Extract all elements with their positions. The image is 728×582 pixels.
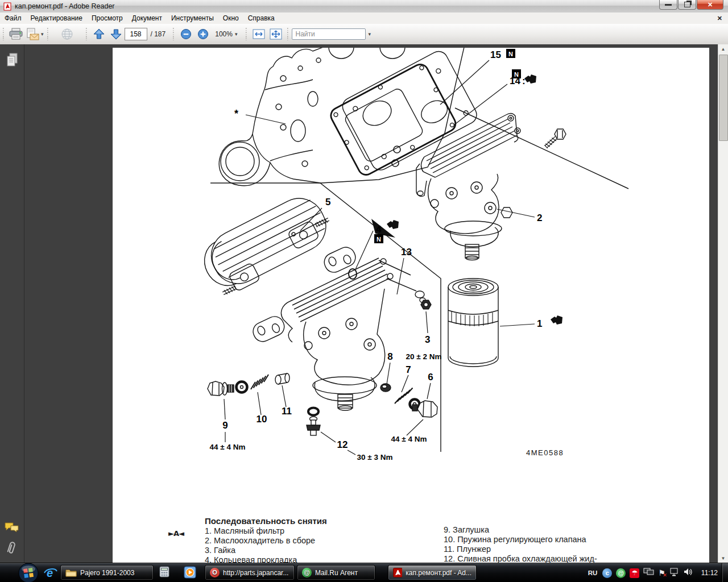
mailru-tray-icon[interactable]: @	[616, 568, 626, 578]
network-tray-icon[interactable]	[669, 568, 679, 579]
taskbar-button-label: Pajero 1991-2003	[80, 569, 134, 577]
scroll-up-icon[interactable]: ▲	[718, 44, 728, 53]
toolbar-grip	[2, 28, 5, 40]
fit-width-icon	[252, 28, 266, 40]
callout-9: 9	[222, 420, 228, 431]
send-file-button[interactable]: ▾	[25, 26, 44, 42]
pdf-app-icon	[3, 2, 12, 11]
bolt-icon-1	[551, 315, 562, 325]
taskbar-button-mailru[interactable]: @ Mail.Ru Агент	[297, 565, 375, 580]
document-close-icon[interactable]: ✕	[717, 15, 722, 22]
menu-tools[interactable]: Инструменты	[167, 13, 218, 23]
list-item: 4. Кольцевая прокладка	[205, 555, 297, 563]
flag-error-x: ✕	[663, 572, 667, 578]
drain-plug-12	[307, 408, 320, 436]
list-item: 1. Масляный фильтр	[205, 526, 284, 536]
reuse-markers: N N N	[374, 49, 562, 325]
page-down-arrow-icon	[109, 27, 123, 41]
toolbar-grip	[47, 28, 49, 40]
calculator-button[interactable]	[158, 566, 171, 577]
show-desktop-button[interactable]	[722, 563, 728, 582]
collaborate-button-disabled[interactable]	[60, 26, 76, 42]
toolbar-grip	[287, 28, 289, 40]
media-player-button[interactable]	[183, 566, 197, 579]
menu-view[interactable]: Просмотр	[87, 13, 127, 23]
window-title: кап.ремонт.pdf - Adobe Reader	[15, 2, 115, 10]
spring-10	[251, 375, 268, 389]
oil-cooler-core	[195, 190, 334, 296]
language-indicator[interactable]: RU	[588, 569, 599, 576]
washer-9	[237, 382, 247, 393]
taskbar-button-explorer[interactable]: Pajero 1991-2003	[60, 565, 154, 580]
callout-7: 7	[406, 364, 411, 375]
print-button[interactable]	[8, 26, 24, 42]
asterisk-marker: *	[234, 108, 238, 119]
clock[interactable]: 11:12	[701, 569, 718, 577]
media-player-icon	[184, 566, 196, 579]
callout-12: 12	[337, 439, 348, 450]
hidden-icons-button[interactable]: c	[602, 568, 612, 578]
callout-8: 8	[387, 351, 392, 362]
document-view[interactable]: N N N 1 2 3 4 5 6 7	[24, 44, 718, 563]
search-input[interactable]	[292, 28, 366, 40]
bolt-icon-4	[387, 220, 399, 229]
fit-width-button[interactable]	[251, 26, 267, 42]
close-button[interactable]: ✕	[697, 0, 723, 10]
volume-tray-icon[interactable]	[683, 568, 693, 579]
calculator-icon	[159, 566, 169, 577]
taskbar-button-opera[interactable]: O http://parts.japancar...	[205, 565, 295, 580]
toolbar: ▾ / 187 100% ▾	[0, 24, 728, 45]
callout-11: 11	[282, 406, 292, 417]
comments-panel-button[interactable]	[4, 521, 20, 537]
menu-file[interactable]: Файл	[0, 13, 26, 23]
restore-button[interactable]	[678, 0, 696, 10]
zoom-out-button[interactable]	[178, 26, 194, 42]
plunger-11	[275, 373, 289, 384]
menu-document[interactable]: Документ	[127, 13, 167, 23]
pdf-page: N N N 1 2 3 4 5 6 7	[113, 48, 709, 563]
bolt-icon-14	[524, 74, 536, 84]
menu-window[interactable]: Окно	[218, 13, 243, 23]
opera-icon: O	[210, 568, 220, 577]
attachments-panel-button[interactable]	[5, 540, 18, 558]
title-bar: кап.ремонт.pdf - Adobe Reader ✕	[0, 0, 728, 13]
display-tray-icon[interactable]	[643, 568, 654, 579]
pages-panel-button[interactable]	[5, 52, 19, 70]
scroll-down-icon[interactable]: ▼	[718, 554, 728, 563]
adobe-reader-icon	[393, 568, 402, 577]
scrollbar-thumb[interactable]	[719, 55, 728, 141]
list-item: 3. Гайка	[205, 546, 235, 555]
print-icon	[9, 28, 23, 40]
menu-edit[interactable]: Редактирование	[26, 13, 87, 23]
minimize-button[interactable]	[659, 0, 677, 10]
previous-page-button[interactable]	[91, 26, 107, 42]
action-center-flag-icon[interactable]: ⚑✕	[658, 568, 665, 577]
content-area: N N N 1 2 3 4 5 6 7	[0, 44, 728, 563]
antivirus-tray-icon[interactable]: ☂	[630, 568, 639, 578]
start-button[interactable]	[17, 562, 40, 582]
zoom-in-button[interactable]	[195, 26, 211, 42]
callout-3: 3	[425, 334, 430, 345]
taskbar-button-label: Mail.Ru Агент	[315, 569, 358, 577]
search-dropdown-icon[interactable]: ▾	[368, 31, 371, 37]
zoom-dropdown-icon[interactable]: ▾	[235, 31, 238, 37]
page-up-arrow-icon	[92, 27, 106, 41]
list-item: 11. Плунжер	[444, 544, 491, 554]
taskbar-button-label: кап.ремонт.pdf - Ad...	[406, 569, 471, 577]
fit-page-button[interactable]	[268, 26, 284, 42]
list-item: 9. Заглушка	[444, 525, 489, 535]
windows-start-icon	[17, 562, 40, 582]
taskbar-button-adobe-reader[interactable]: кап.ремонт.pdf - Ad...	[388, 565, 477, 580]
callout-14-colon: :	[522, 76, 526, 86]
page-number-input[interactable]	[125, 28, 147, 40]
internet-explorer-button[interactable]: e	[43, 566, 58, 580]
technical-diagram: N N N 1 2 3 4 5 6 7	[113, 48, 709, 563]
vertical-scrollbar[interactable]: ▲ ▼	[718, 44, 728, 563]
torque-plug-left: 44 ± 4 Nm	[210, 443, 246, 451]
washer-12	[308, 408, 318, 415]
navigation-sidebar	[0, 44, 24, 563]
taskbar-button-label: http://parts.japancar...	[223, 569, 288, 577]
next-page-button[interactable]	[108, 26, 124, 42]
mailru-agent-icon: @	[302, 568, 312, 577]
menu-help[interactable]: Справка	[243, 13, 279, 23]
